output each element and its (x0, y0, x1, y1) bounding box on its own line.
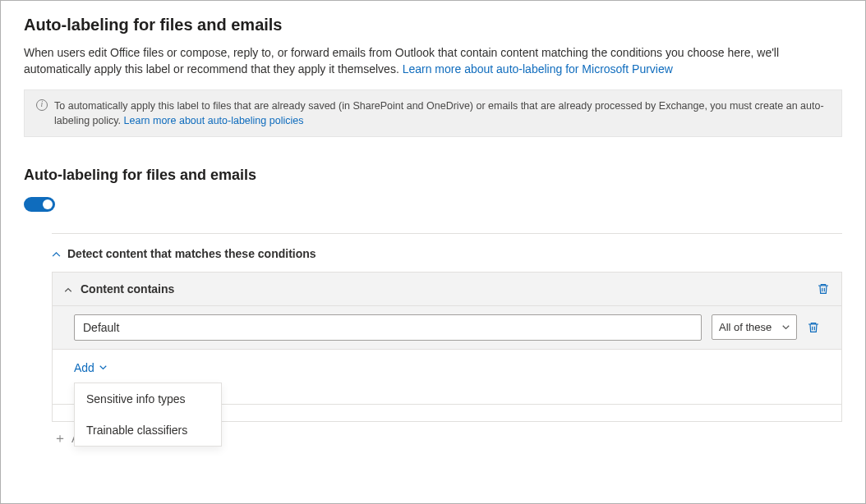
plus-icon: ＋ (53, 430, 67, 447)
info-icon: i (36, 99, 48, 111)
condition-panel: Content contains All of these (52, 272, 842, 422)
condition-title: Content contains (81, 282, 174, 296)
chevron-up-icon (52, 248, 61, 259)
delete-condition-button[interactable] (817, 282, 830, 296)
page-title: Auto-labeling for files and emails (24, 16, 842, 34)
info-banner: i To automatically apply this label to f… (24, 89, 842, 137)
match-mode-value: All of these (719, 321, 772, 333)
content-contains-header[interactable]: Content contains (64, 282, 174, 296)
add-row: Add Sensitive info types Trainable class… (53, 350, 841, 404)
learn-more-policies-link[interactable]: Learn more about auto-labeling policies (124, 115, 304, 126)
group-name-input[interactable] (74, 314, 702, 341)
learn-more-purview-link[interactable]: Learn more about auto-labeling for Micro… (403, 62, 673, 76)
add-button[interactable]: Add (74, 361, 107, 374)
add-label: Add (74, 361, 94, 374)
match-mode-select[interactable]: All of these (712, 314, 797, 340)
chevron-down-icon (782, 323, 790, 332)
intro-text: When users edit Office files or compose,… (24, 44, 842, 78)
add-menu: Sensitive info types Trainable classifie… (74, 383, 222, 447)
menu-item-sensitive-info[interactable]: Sensitive info types (75, 383, 221, 415)
section-title: Auto-labeling for files and emails (24, 167, 842, 184)
chevron-up-icon (64, 284, 72, 294)
detect-conditions-header[interactable]: Detect content that matches these condit… (52, 247, 842, 260)
autolabel-toggle[interactable] (24, 197, 55, 212)
detect-conditions-label: Detect content that matches these condit… (67, 247, 316, 260)
chevron-down-icon (99, 363, 107, 372)
menu-item-trainable-classifiers[interactable]: Trainable classifiers (75, 415, 221, 446)
condition-group-row: All of these (53, 306, 841, 350)
delete-group-button[interactable] (807, 321, 820, 334)
